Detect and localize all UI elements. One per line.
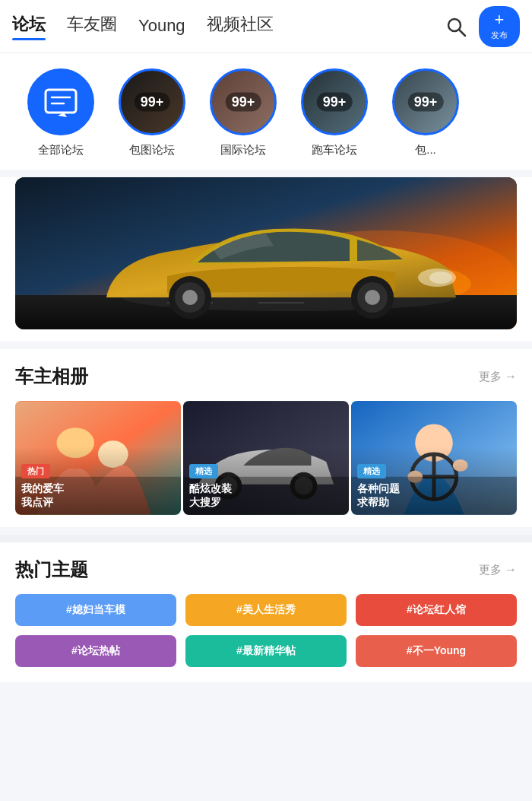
category-label-all: 全部论坛: [38, 143, 84, 157]
photo-card-3[interactable]: 精选 各种问题 求帮助: [351, 401, 517, 515]
nav-item-car-friends[interactable]: 车友圈: [67, 13, 117, 40]
svg-rect-2: [46, 90, 76, 113]
hot-topics-more-label: 更多: [479, 563, 502, 577]
album-section-header: 车主相册 更多 →: [0, 349, 532, 401]
photo-grid: 热门 我的爱车 我点评 精选 酷炫改装 大搜罗: [0, 401, 532, 527]
banner-image[interactable]: [15, 177, 517, 329]
photo-title-3-line1: 各种问题: [357, 482, 511, 495]
category-badge-intl: 99+: [226, 93, 261, 112]
topic-tag-4[interactable]: #最新精华帖: [185, 635, 347, 667]
category-circle-sport: 99+: [301, 68, 368, 135]
category-label-sport: 跑车论坛: [312, 143, 357, 157]
categories-section: 全部论坛 99+ 包图论坛 99+ 国际论坛 99+ 跑车论坛 99+: [0, 53, 532, 170]
banner-section: [0, 177, 532, 342]
photo-tag-1: 热门: [21, 464, 50, 478]
photo-tag-2: 精选: [189, 464, 218, 478]
topics-grid: #媳妇当车模 #美人生活秀 #论坛红人馆 #论坛热帖 #最新精华帖 #不一You…: [15, 594, 517, 682]
category-intl[interactable]: 99+ 国际论坛: [198, 68, 289, 157]
topic-tag-2[interactable]: #论坛红人馆: [356, 594, 517, 626]
svg-point-21: [57, 428, 95, 458]
album-more-label: 更多: [479, 370, 502, 384]
hot-topics-title: 热门主题: [15, 558, 88, 582]
photo-card-3-content: 精选 各种问题 求帮助: [351, 457, 517, 515]
topic-tag-3[interactable]: #论坛热帖: [15, 635, 176, 667]
photo-title-2-line1: 酷炫改装: [189, 482, 343, 495]
nav-bar: 论坛 车友圈 Young 视频社区: [12, 13, 442, 40]
category-bag[interactable]: 99+ 包图论坛: [106, 68, 198, 157]
svg-point-14: [365, 290, 380, 305]
photo-card-1-content: 热门 我的爱车 我点评: [15, 457, 181, 515]
photo-card-2-content: 精选 酷炫改装 大搜罗: [183, 457, 349, 515]
svg-point-31: [415, 424, 453, 462]
svg-point-19: [429, 272, 452, 284]
album-more-button[interactable]: 更多 →: [479, 370, 517, 384]
category-sport[interactable]: 99+ 跑车论坛: [289, 68, 380, 157]
category-badge-more: 99+: [408, 93, 444, 112]
category-circle-all: [27, 68, 94, 135]
photo-card-1[interactable]: 热门 我的爱车 我点评: [15, 401, 181, 515]
album-section-title: 车主相册: [15, 364, 88, 389]
photo-title-1-line1: 我的爱车: [21, 482, 175, 495]
categories-scroll: 全部论坛 99+ 包图论坛 99+ 国际论坛 99+ 跑车论坛 99+: [0, 68, 532, 157]
search-button[interactable]: [442, 13, 470, 40]
publish-label: 发布: [491, 30, 508, 41]
album-more-arrow: →: [505, 370, 517, 383]
category-label-intl: 国际论坛: [220, 143, 266, 157]
category-badge-sport: 99+: [317, 93, 353, 112]
hot-topics-header: 热门主题 更多 →: [15, 542, 517, 594]
category-label-more: 包...: [415, 143, 436, 157]
photo-title-3-line2: 求帮助: [357, 495, 511, 509]
header-right: + 发布: [442, 6, 520, 47]
topic-tag-5[interactable]: #不一Young: [356, 635, 517, 667]
category-circle-intl: 99+: [210, 68, 277, 135]
publish-plus-icon: +: [495, 11, 505, 28]
svg-line-1: [459, 30, 465, 36]
banner-car-svg: [15, 177, 517, 329]
header: 论坛 车友圈 Young 视频社区 + 发布: [0, 0, 532, 53]
publish-button[interactable]: + 发布: [479, 6, 520, 47]
photo-title-2-line2: 大搜罗: [189, 495, 343, 509]
category-all[interactable]: 全部论坛: [15, 68, 106, 157]
photo-card-2[interactable]: 精选 酷炫改装 大搜罗: [183, 401, 349, 515]
divider-1: [0, 535, 532, 542]
category-circle-more: 99+: [392, 68, 459, 135]
nav-item-video[interactable]: 视频社区: [207, 13, 274, 40]
nav-item-young[interactable]: Young: [138, 16, 185, 40]
category-circle-bag: 99+: [119, 68, 185, 135]
category-label-bag: 包图论坛: [129, 143, 175, 157]
photo-tag-3: 精选: [357, 464, 386, 478]
search-icon: [445, 16, 467, 37]
topic-tag-1[interactable]: #美人生活秀: [185, 594, 347, 626]
photo-title-1-line2: 我点评: [21, 495, 175, 509]
category-more-forum[interactable]: 99+ 包...: [380, 68, 471, 157]
category-badge-bag: 99+: [135, 93, 170, 112]
hot-topics-more-arrow: →: [505, 563, 517, 577]
hot-topics-more-button[interactable]: 更多 →: [479, 563, 517, 577]
nav-item-forum[interactable]: 论坛: [12, 13, 46, 40]
svg-point-17: [182, 290, 198, 305]
hot-topics-section: 热门主题 更多 → #媳妇当车模 #美人生活秀 #论坛红人馆 #论坛热帖 #最新…: [0, 542, 532, 682]
forum-icon: [43, 87, 79, 117]
topic-tag-0[interactable]: #媳妇当车模: [15, 594, 176, 626]
